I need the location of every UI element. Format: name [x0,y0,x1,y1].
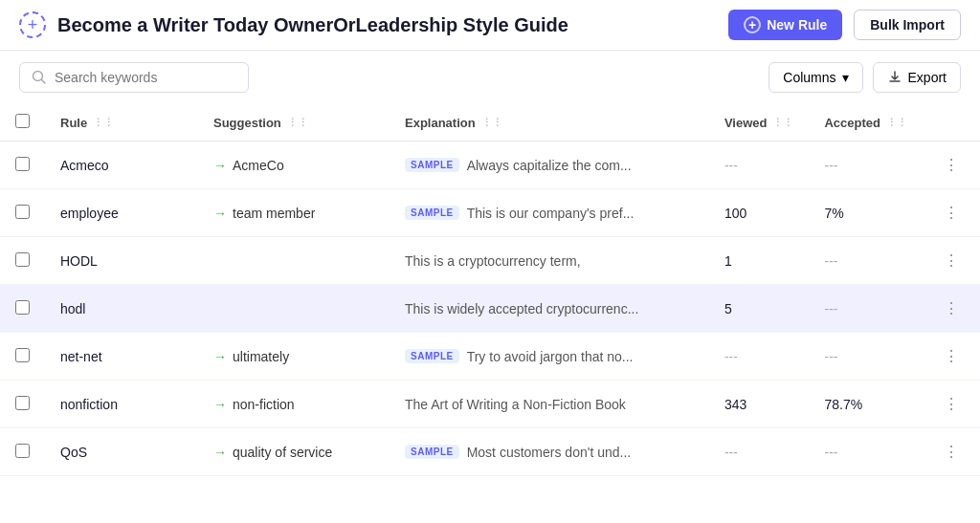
row-checkbox[interactable] [15,300,30,315]
more-actions-button[interactable]: ⋮ [938,250,965,272]
col-header-accepted[interactable]: Accepted ⋮⋮ [809,104,923,142]
row-checkbox-cell[interactable] [0,237,45,285]
col-explanation-label: Explanation [405,116,476,130]
more-actions-button[interactable]: ⋮ [938,441,965,463]
col-accepted-sort-icon: ⋮⋮ [886,117,907,129]
viewed-value: --- [724,349,738,364]
col-accepted-label: Accepted [824,116,880,130]
table-row: Acmeco→AcmeCoSAMPLEAlways capitalize the… [0,142,980,189]
suggestion-text: team member [233,206,315,221]
explanation-text: This is our company's pref... [467,206,635,221]
suggestion-cell [198,237,390,285]
toolbar-right: Columns ▾ Export [768,62,961,93]
sample-badge: SAMPLE [405,206,459,220]
col-rule-sort-icon: ⋮⋮ [93,117,114,129]
suggestion-text: ultimately [233,349,289,364]
select-all-cell[interactable] [0,104,45,142]
suggestion-cell: →team member [198,189,390,237]
arrow-right-icon: → [213,397,227,412]
rule-cell: QoS [45,428,198,476]
row-checkbox[interactable] [15,205,30,219]
col-suggestion-label: Suggestion [213,116,281,130]
row-checkbox-cell[interactable] [0,189,45,237]
row-checkbox-cell[interactable] [0,333,45,381]
more-actions-button[interactable]: ⋮ [938,345,965,367]
viewed-cell: 100 [709,189,810,237]
explanation-text: This is widely accepted cryptocurrenc... [405,301,638,316]
row-checkbox[interactable] [15,252,30,267]
explanation-text: The Art of Writing a Non-Fiction Book [405,397,626,412]
suggestion-text: non-fiction [233,397,295,412]
page-title: Become a Writer Today OwnerOrLeadership … [57,14,717,36]
viewed-value: 343 [724,397,746,412]
table-row: HODLThis is a cryptocurrency term,1---⋮ [0,237,980,285]
explanation-text: This is a cryptocurrency term, [405,253,581,269]
accepted-cell: --- [809,285,923,333]
col-header-viewed[interactable]: Viewed ⋮⋮ [709,104,810,142]
row-checkbox[interactable] [15,444,30,458]
table-row: hodlThis is widely accepted cryptocurren… [0,285,980,333]
sample-badge: SAMPLE [405,158,459,172]
viewed-value: 5 [724,301,732,316]
bulk-import-label: Bulk Import [870,17,945,33]
viewed-cell: 5 [709,285,810,333]
more-actions-button[interactable]: ⋮ [938,202,965,224]
explanation-cell: SAMPLEAlways capitalize the com... [390,142,709,189]
search-icon [32,70,47,85]
accepted-value: 78.7% [824,397,862,412]
sample-badge: SAMPLE [405,445,459,459]
search-box[interactable] [19,62,249,93]
table-row: QoS→quality of serviceSAMPLEMost custome… [0,428,980,476]
suggestion-cell: →quality of service [198,428,390,476]
explanation-cell: SAMPLEThis is our company's pref... [390,189,709,237]
col-header-rule[interactable]: Rule ⋮⋮ [45,104,198,142]
row-checkbox-cell[interactable] [0,285,45,333]
accepted-cell: --- [809,237,923,285]
explanation-cell: The Art of Writing a Non-Fiction Book [390,381,709,428]
select-all-checkbox[interactable] [15,114,30,128]
col-suggestion-sort-icon: ⋮⋮ [287,117,308,129]
row-checkbox[interactable] [15,396,30,410]
table-row: nonfiction→non-fictionThe Art of Writing… [0,381,980,428]
actions-cell[interactable]: ⋮ [923,237,980,285]
export-label: Export [908,70,947,85]
row-checkbox[interactable] [15,157,30,171]
col-header-suggestion[interactable]: Suggestion ⋮⋮ [198,104,390,142]
bulk-import-button[interactable]: Bulk Import [854,10,961,40]
viewed-value: --- [724,445,738,460]
search-input[interactable] [55,70,236,85]
col-header-explanation[interactable]: Explanation ⋮⋮ [390,104,709,142]
row-checkbox-cell[interactable] [0,428,45,476]
accepted-value: --- [824,349,837,364]
columns-button[interactable]: Columns ▾ [768,62,862,93]
new-rule-button[interactable]: + New Rule [728,10,842,40]
svg-line-1 [42,80,46,84]
row-checkbox[interactable] [15,348,30,362]
actions-cell[interactable]: ⋮ [923,142,980,189]
arrow-right-icon: → [213,445,227,460]
row-checkbox-cell[interactable] [0,381,45,428]
suggestion-cell [198,285,390,333]
accepted-value: --- [824,158,837,173]
viewed-cell: --- [709,333,810,381]
col-viewed-sort-icon: ⋮⋮ [772,117,793,129]
actions-cell[interactable]: ⋮ [923,285,980,333]
actions-cell[interactable]: ⋮ [923,189,980,237]
chevron-down-icon: ▾ [842,70,849,85]
actions-cell[interactable]: ⋮ [923,333,980,381]
page-header: + Become a Writer Today OwnerOrLeadershi… [0,0,980,51]
more-actions-button[interactable]: ⋮ [938,154,965,176]
accepted-value: 7% [824,206,843,221]
rule-cell: HODL [45,237,198,285]
col-explanation-sort-icon: ⋮⋮ [481,117,502,129]
row-checkbox-cell[interactable] [0,142,45,189]
actions-cell[interactable]: ⋮ [923,381,980,428]
actions-cell[interactable]: ⋮ [923,428,980,476]
suggestion-cell: →non-fiction [198,381,390,428]
more-actions-button[interactable]: ⋮ [938,393,965,415]
export-button[interactable]: Export [873,62,961,93]
viewed-cell: 343 [709,381,810,428]
rule-cell: hodl [45,285,198,333]
more-actions-button[interactable]: ⋮ [938,297,965,319]
explanation-text: Try to avoid jargon that no... [467,349,634,364]
